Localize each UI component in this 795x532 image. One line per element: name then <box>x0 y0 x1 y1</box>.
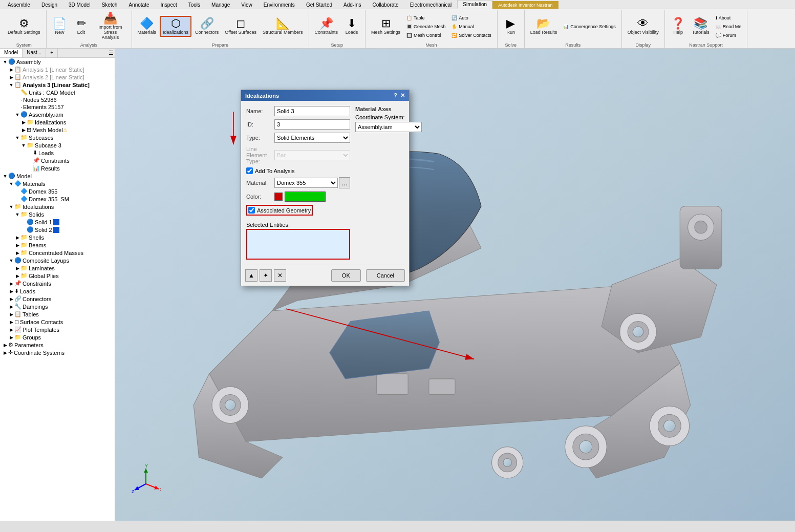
idealizations-button[interactable]: ⬡ Idealizations <box>160 16 191 37</box>
tab-electromechanical[interactable]: Electromechanical <box>404 1 458 9</box>
ok-button[interactable]: OK <box>331 269 361 282</box>
tree-item-groups[interactable]: ▶ 📁 Groups <box>0 333 115 341</box>
tree-item-coordinate-systems[interactable]: ▶ ✛ Coordinate Systems <box>0 349 115 356</box>
line-element-select[interactable]: Bar <box>274 150 350 160</box>
tree-item-domex355[interactable]: 🔷 Domex 355 <box>0 187 115 195</box>
tree-item-elements[interactable]: · Elements 25157 <box>0 103 115 111</box>
tree-item-shells[interactable]: ▶ 📁 Shells <box>0 233 115 241</box>
connectors-button[interactable]: 🔗 Connectors <box>192 16 221 36</box>
tab-tools[interactable]: Tools <box>183 1 206 9</box>
material-browse-button[interactable]: … <box>339 177 350 188</box>
about-button[interactable]: ℹ About <box>713 14 744 22</box>
footer-icon-x[interactable]: ✕ <box>274 269 286 282</box>
tree-item-parameters[interactable]: ▶ ⚙ Parameters <box>0 341 115 349</box>
tree-item-surface-contacts[interactable]: ▶ ◻ Surface Contacts <box>0 318 115 326</box>
tree-item-analysis2[interactable]: ▶ 📋 Analysis 2 [Linear Static] <box>0 73 115 81</box>
tree-item-assembly-iam[interactable]: ▼ 🔵 Assembly.iam <box>0 111 115 118</box>
tree-item-nodes[interactable]: · Nodes 52986 <box>0 96 115 103</box>
associated-geometry-checkbox[interactable] <box>248 207 255 214</box>
new-button[interactable]: 📄 New <box>50 16 70 36</box>
tree-item-beams[interactable]: ▶ 📁 Beams <box>0 241 115 249</box>
color-swatch[interactable] <box>285 191 326 202</box>
sidebar-tab-plus[interactable]: + <box>46 49 58 57</box>
tab-nastran[interactable]: Autodesk Inventor Nastran <box>492 1 558 9</box>
table-button[interactable]: 📋 Table <box>404 14 448 22</box>
manual-button[interactable]: ✋ Manual <box>449 23 494 31</box>
mesh-settings-button[interactable]: ⊞ Mesh Settings <box>369 16 403 36</box>
import-stress-button[interactable]: 📥 Import from Stress Analysis <box>93 11 128 41</box>
material-select[interactable]: Domex 355 Domex 355_SM <box>274 178 338 188</box>
tab-getstarted[interactable]: Get Started <box>300 1 338 9</box>
tree-item-tables[interactable]: ▶ 📋 Tables <box>0 310 115 318</box>
tab-3dmodel[interactable]: 3D Model <box>63 1 96 9</box>
offset-surfaces-button[interactable]: ◻ Offset Surfaces <box>222 16 259 36</box>
tab-manage[interactable]: Manage <box>206 1 235 9</box>
tree-item-constraints[interactable]: ▶ 📌 Constraints <box>0 280 115 287</box>
tree-item-laminates[interactable]: ▶ 📁 Laminates <box>0 264 115 272</box>
auto-button[interactable]: 🔄 Auto <box>449 14 494 22</box>
structural-members-button[interactable]: 📐 Structural Members <box>260 16 306 36</box>
tab-assemble[interactable]: Assemble <box>2 1 36 9</box>
tree-item-subcase3[interactable]: ▼ 📁 Subcase 3 <box>0 141 115 149</box>
tab-inspect[interactable]: Inspect <box>155 1 182 9</box>
tree-item-constraints-subcase[interactable]: 📌 Constraints <box>0 157 115 164</box>
tree-item-idealizations[interactable]: ▼ 📁 Idealizations <box>0 203 115 210</box>
tree-item-loads-subcase[interactable]: ⬇ Loads <box>0 149 115 157</box>
tree-item-materials[interactable]: ▼ 🔷 Materials <box>0 180 115 187</box>
object-visibility-button[interactable]: 👁 Object Visibility <box>625 16 661 36</box>
tab-view[interactable]: View <box>235 1 258 9</box>
tree-item-concentrated-masses[interactable]: ▶ 📁 Concentrated Masses <box>0 249 115 257</box>
tree-item-subcases[interactable]: ▼ 📁 Subcases <box>0 134 115 141</box>
tree-item-analysis1[interactable]: ▶ 📋 Analysis 1 [Linear Static] <box>0 66 115 73</box>
forum-button[interactable]: 💬 Forum <box>713 31 744 39</box>
help-button[interactable]: ❓ Help <box>668 16 689 36</box>
tree-item-analysis3[interactable]: ▼ 📋 Analysis 3 [Linear Static] <box>0 81 115 89</box>
tree-item-domex355sm[interactable]: 🔷 Domex 355_SM <box>0 195 115 203</box>
footer-icon-up[interactable]: ▲ <box>245 269 257 282</box>
load-results-button[interactable]: 📂 Load Results <box>528 16 560 36</box>
readme-button[interactable]: 📖 Read Me <box>713 23 744 31</box>
tree-item-dampings[interactable]: ▶ 🔧 Dampings <box>0 303 115 310</box>
dialog-question-icon[interactable]: ? <box>394 92 397 99</box>
cancel-button[interactable]: Cancel <box>366 269 405 282</box>
tree-item-composite-layups[interactable]: ▼ 🔵 Composite Layups <box>0 257 115 264</box>
type-select[interactable]: Solid Elements Shell Elements Beam Eleme… <box>274 133 350 143</box>
tab-environments[interactable]: Environments <box>258 1 300 9</box>
tree-item-results-subcase[interactable]: 📊 Results <box>0 164 115 172</box>
id-input[interactable] <box>274 119 350 130</box>
tab-addins[interactable]: Add-Ins <box>338 1 367 9</box>
tree-item-connectors[interactable]: ▶ 🔗 Connectors <box>0 295 115 303</box>
tree-item-units[interactable]: 📏 Units : CAD Model <box>0 89 115 96</box>
constraints-button[interactable]: 📌 Constraints <box>312 16 341 36</box>
materials-button[interactable]: 🔷 Materials <box>135 16 159 36</box>
tab-design[interactable]: Design <box>36 1 63 9</box>
name-input[interactable] <box>274 106 350 116</box>
tree-item-plot-templates[interactable]: ▶ 📈 Plot Templates <box>0 326 115 333</box>
coordinate-system-select[interactable]: Assembly.iam <box>355 122 422 132</box>
loads-button[interactable]: ⬇ Loads <box>341 16 362 36</box>
sidebar-tab-nast[interactable]: Nast... <box>23 49 46 57</box>
edit-button[interactable]: ✏ Edit <box>71 16 92 36</box>
tree-item-idealizations-sub[interactable]: ▶ 📁 Idealizations <box>0 118 115 126</box>
tree-item-mesh-model[interactable]: ▶ ⊞ Mesh Model ⚠ <box>0 126 115 134</box>
tree-item-solids[interactable]: ▼ 📁 Solids <box>0 210 115 218</box>
tree-item-solid2[interactable]: 🔵 Solid 2 <box>0 226 115 233</box>
tutorials-button[interactable]: 📚 Tutorials <box>690 16 712 36</box>
dialog-close-button[interactable]: ✕ <box>400 92 405 99</box>
tab-collaborate[interactable]: Collaborate <box>367 1 404 9</box>
viewport[interactable]: Idealizations ? ✕ Name: <box>115 49 795 521</box>
run-button[interactable]: ▶ Run <box>501 16 521 36</box>
tree-item-loads[interactable]: ▶ ⬇ Loads <box>0 287 115 295</box>
solver-contacts-button[interactable]: 🔁 Solver Contacts <box>449 31 494 39</box>
tab-sketch[interactable]: Sketch <box>96 1 123 9</box>
sidebar-tab-model[interactable]: Model <box>0 49 23 57</box>
tab-annotate[interactable]: Annotate <box>123 1 155 9</box>
add-to-analysis-checkbox[interactable] <box>246 167 253 174</box>
convergence-settings-button[interactable]: 📊 Convergence Settings <box>561 23 618 31</box>
default-settings-button[interactable]: ⚙ Default Settings <box>5 16 43 36</box>
tree-item-global-plies[interactable]: ▶ 📁 Global Plies <box>0 272 115 280</box>
footer-icon-star[interactable]: ✦ <box>260 269 272 282</box>
tree-item-model-root[interactable]: ▼ 🔵 Model <box>0 172 115 180</box>
mesh-control-button[interactable]: 🔲 Mesh Control <box>404 31 448 39</box>
generate-mesh-button[interactable]: 🔳 Generate Mesh <box>404 23 448 31</box>
